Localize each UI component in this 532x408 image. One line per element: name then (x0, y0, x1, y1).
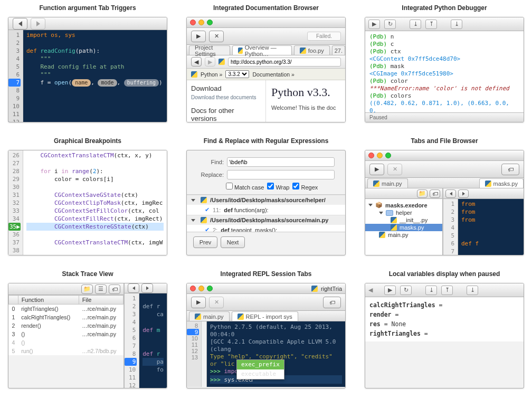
nav-fwd-button[interactable] (458, 189, 469, 198)
wrap-checkbox[interactable]: Wrap (267, 183, 289, 191)
nav-back-button[interactable] (13, 18, 27, 30)
tab-more[interactable]: 27. (332, 45, 345, 55)
tag-button[interactable]: 🏷 (323, 297, 341, 308)
version-select[interactable]: 3.3.2 (225, 70, 249, 78)
find-input[interactable] (227, 157, 335, 167)
debugger-console[interactable]: (Pdb) n(Pdb) c(Pdb) ctx<CGContext 0x7ff5… (365, 31, 524, 113)
panel-title: Integrated Documentation Browser (186, 4, 346, 12)
replace-input[interactable] (227, 170, 335, 179)
python-icon (218, 59, 225, 65)
local-variable: res = None (369, 319, 519, 329)
find-label: Find: (197, 159, 224, 165)
tag-icon[interactable]: 🏷 (109, 284, 120, 294)
code-area[interactable]: from from from def f (458, 199, 524, 255)
python-icon (238, 48, 243, 54)
repl-area[interactable]: Python 2.7.5 (default, Aug 25 2013, 00:0… (207, 321, 345, 387)
breadcrumb[interactable]: Python » (201, 71, 222, 78)
completion-item[interactable]: exec_prefix (237, 360, 284, 369)
matchcase-checkbox[interactable]: Match case (226, 183, 264, 191)
locals-panel: calcRightTriangles = render = res = None… (365, 297, 524, 341)
tab-foo[interactable]: foo.py (294, 45, 330, 55)
nav-back-button[interactable] (445, 189, 456, 198)
screenshot-1: 123456 78910111213 import os, sys def re… (8, 17, 167, 122)
window-traffic-lights[interactable] (368, 153, 391, 158)
tree-root: 📦 masks.exedore (365, 201, 442, 209)
stack-frame-row[interactable]: 4() (9, 338, 124, 347)
folder-icon (386, 210, 393, 216)
status-pill: Failed. (307, 32, 341, 41)
play-button[interactable]: ▶ (369, 164, 384, 175)
list-icon[interactable]: ☰ (95, 284, 107, 294)
search-results[interactable]: /Users/itod/Desktop/masks/source/helper/… (187, 194, 345, 232)
tab-main[interactable]: main.py (367, 178, 408, 188)
screenshot-4: 26272829303132333435▶363738394041 CGCont… (8, 150, 167, 255)
browser-fwd[interactable]: ▶ (205, 57, 215, 67)
tree-file: main.py (365, 231, 442, 239)
screenshot-2: ▶ ✕ Failed. Project Settings Overview — … (186, 17, 346, 122)
prev-button[interactable]: Prev (193, 236, 217, 248)
play-button[interactable]: ▶ (191, 31, 206, 42)
tree-file-selected: masks.py (365, 224, 442, 231)
browser-back[interactable]: ◀ (191, 57, 202, 67)
stack-frame-row[interactable]: 2render()…rce/main.py (9, 321, 124, 330)
panel-title: Find & Replace with Regular Expressions (186, 137, 346, 145)
dbg-step-out-button[interactable]: ⤓ (467, 286, 478, 295)
dbg-step-over-button[interactable]: ⤒ (441, 286, 453, 295)
local-variable: render = (369, 310, 519, 319)
breadcrumb[interactable]: Documentation » (252, 71, 294, 78)
file-tree[interactable]: 📦 masks.exedore helper __init__.py masks… (365, 199, 442, 255)
folder-icon[interactable]: 📁 (417, 189, 428, 198)
stack-frame-row[interactable]: 0rightTriangles()…rce/main.py (9, 305, 124, 314)
stack-frame-row[interactable]: 5run()…n2.7/bdb.py (9, 347, 124, 355)
nav-fwd-button[interactable] (31, 18, 45, 30)
tab-overview[interactable]: Overview — Python… (232, 45, 292, 55)
window-traffic-lights[interactable] (190, 286, 213, 291)
completion-item[interactable]: executable (237, 369, 284, 379)
completion-popup[interactable]: exec_prefix executable (236, 359, 284, 379)
url-bar[interactable] (228, 58, 341, 67)
stop-button[interactable]: ✕ (209, 31, 224, 42)
line-gutter[interactable]: 26272829303132333435▶363738394041 (8, 150, 23, 255)
dbg-step-over-button[interactable]: ⤒ (425, 20, 437, 29)
line-gutter: 123456 78910111213 (8, 30, 23, 122)
panel-title: Integrated Python Debugger (364, 4, 525, 12)
python-icon (485, 181, 491, 187)
page-text: Welcome! This is the doc (271, 105, 340, 111)
stack-frame-row[interactable]: 3()…rce/main.py (9, 330, 124, 338)
tag-button[interactable]: 🏷 (501, 164, 519, 175)
screenshot-3: ▶ ↻ ⤓ ⤒ ⤓ (Pdb) n(Pdb) c(Pdb) ctx<CGCont… (365, 17, 524, 122)
arg-bubble-name[interactable]: name (72, 79, 91, 87)
regex-checkbox[interactable]: Regex (292, 183, 318, 191)
tab-project-settings[interactable]: Project Settings (189, 45, 230, 55)
dbg-step-in-button[interactable]: ⤓ (425, 286, 437, 295)
stack-frame-row[interactable]: 1calcRightTriangles()…rce/main.py (9, 313, 124, 321)
arg-bubble-mode[interactable]: mode (98, 79, 117, 87)
stack-table[interactable]: FunctionFile 0rightTriangles()…rce/main.… (8, 295, 124, 355)
sidebar-link[interactable]: Download these documents (191, 94, 261, 100)
arg-bubble-buffering[interactable]: buffering (124, 79, 159, 87)
dbg-step-out-button[interactable]: ⤓ (451, 20, 462, 29)
code-area[interactable]: CGContextTranslateCTM(ctx, x, y) for i i… (23, 150, 167, 255)
stop-button[interactable]: ✕ (387, 164, 402, 175)
folder-icon[interactable]: 📁 (81, 284, 93, 294)
python-icon (311, 286, 318, 292)
play-button[interactable]: ▶ (191, 297, 206, 308)
tab-masks[interactable]: masks.py (479, 178, 524, 188)
window-traffic-lights[interactable] (190, 20, 213, 25)
tab-main[interactable]: main.py (189, 311, 230, 321)
dbg-step-in-button[interactable]: ⤓ (410, 20, 421, 29)
stop-button[interactable]: ✕ (209, 297, 224, 308)
nav-back-button[interactable] (128, 283, 139, 293)
dbg-continue-button[interactable]: ▶ (384, 286, 396, 295)
page-title: Python v3.3. (271, 86, 340, 99)
nav-fwd-button[interactable] (141, 283, 153, 293)
dbg-continue-button[interactable]: ▶ (368, 20, 380, 29)
dbg-restart-button[interactable]: ↻ (400, 286, 412, 295)
code-area[interactable]: import os, sys def readConfig(path): """… (23, 30, 167, 122)
tag-icon[interactable]: 🏷 (430, 189, 440, 198)
window-title: rightTria (321, 286, 342, 292)
tab-repl[interactable]: REPL - import sys (232, 311, 298, 321)
next-button[interactable]: Next (221, 236, 245, 248)
code-area[interactable]: def r ca def m def r pa fo (139, 293, 167, 388)
dbg-pause-button[interactable]: ↻ (384, 20, 396, 29)
